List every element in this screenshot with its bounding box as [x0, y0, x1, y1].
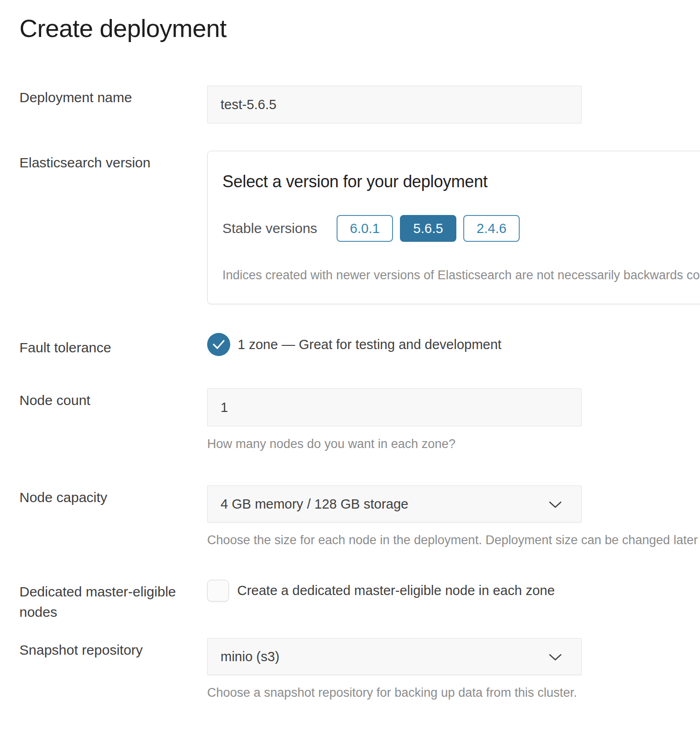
snapshot-repository-help: Choose a snapshot repository for backing…	[207, 685, 582, 700]
node-count-field: How many nodes do you want in each zone?	[207, 388, 582, 451]
version-button-6-0-1[interactable]: 6.0.1	[337, 215, 393, 242]
snapshot-repository-value: minio (s3)	[221, 649, 279, 664]
chevron-down-icon	[549, 497, 562, 512]
fault-tolerance-label: Fault tolerance	[19, 333, 207, 358]
version-compatibility-note: Indices created with newer versions of E…	[222, 268, 700, 283]
dedicated-master-checkbox-label[interactable]: Create a dedicated master-eligible node …	[237, 583, 555, 598]
elasticsearch-version-label: Elasticsearch version	[19, 151, 207, 173]
deployment-name-row: Deployment name	[19, 86, 700, 123]
node-count-input[interactable]	[207, 388, 582, 426]
version-button-5-6-5[interactable]: 5.6.5	[400, 215, 456, 242]
stable-versions-label: Stable versions	[222, 221, 317, 236]
deployment-name-input[interactable]	[207, 86, 582, 123]
node-capacity-label: Node capacity	[19, 485, 207, 508]
fault-tolerance-selection: 1 zone — Great for testing and developme…	[238, 337, 502, 352]
dedicated-master-label: Dedicated master-eligible nodes	[19, 580, 207, 622]
node-count-row: Node count How many nodes do you want in…	[19, 388, 700, 451]
node-count-help: How many nodes do you want in each zone?	[207, 436, 582, 451]
snapshot-repository-label: Snapshot repository	[19, 638, 207, 660]
chevron-down-icon	[549, 649, 562, 664]
node-capacity-select[interactable]: 4 GB memory / 128 GB storage	[207, 485, 582, 522]
version-panel: Select a version for your deployment Sta…	[207, 151, 700, 304]
page-title: Create deployment	[19, 14, 700, 43]
version-button-2-4-6[interactable]: 2.4.6	[463, 215, 520, 242]
fault-tolerance-option[interactable]: 1 zone — Great for testing and developme…	[207, 333, 502, 356]
node-capacity-row: Node capacity 4 GB memory / 128 GB stora…	[19, 485, 700, 547]
deployment-name-label: Deployment name	[19, 86, 207, 108]
fault-tolerance-row: Fault tolerance 1 zone — Great for testi…	[19, 331, 700, 358]
snapshot-repository-row: Snapshot repository minio (s3) Choose a …	[19, 638, 700, 700]
node-count-label: Node count	[19, 388, 207, 411]
stable-versions-row: Stable versions 6.0.1 5.6.5 2.4.6	[222, 215, 700, 242]
node-capacity-help: Choose the size for each node in the dep…	[207, 533, 700, 547]
snapshot-repository-field: minio (s3) Choose a snapshot repository …	[207, 638, 582, 700]
dedicated-master-checkbox[interactable]	[207, 580, 229, 602]
snapshot-repository-select[interactable]: minio (s3)	[207, 638, 582, 675]
node-capacity-value: 4 GB memory / 128 GB storage	[221, 497, 408, 512]
version-panel-title: Select a version for your deployment	[222, 172, 700, 192]
dedicated-master-option: Create a dedicated master-eligible node …	[207, 580, 555, 602]
dedicated-master-row: Dedicated master-eligible nodes Create a…	[19, 580, 700, 622]
create-deployment-page: Create deployment Deployment name Elasti…	[0, 0, 700, 700]
check-icon	[207, 333, 230, 356]
elasticsearch-version-row: Elasticsearch version Select a version f…	[19, 151, 700, 304]
node-capacity-field: 4 GB memory / 128 GB storage Choose the …	[207, 485, 700, 547]
